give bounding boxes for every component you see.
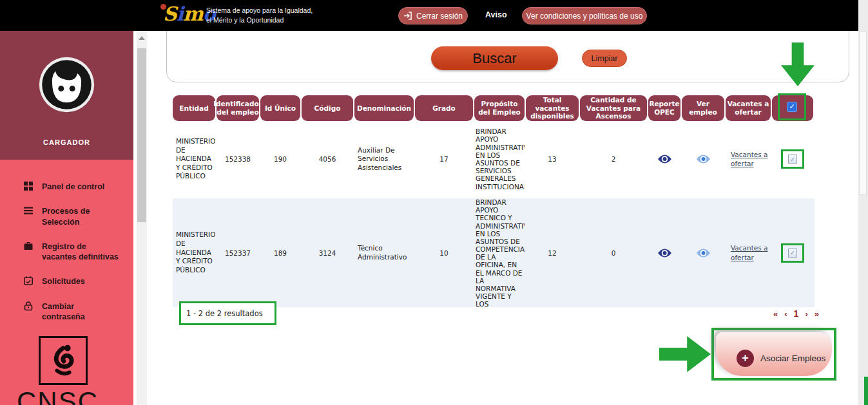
cell-proposito: BRINDAR APOYO TECNICO Y ADMINISTRATIV EN… [474,198,525,307]
asociar-empleos-label: Asociar Empleos [760,353,825,363]
annotation-box-asociar: + Asociar Empleos [711,328,836,381]
content-scrollbar-thumb[interactable] [137,48,146,222]
vacantes-a-ofertar-link[interactable]: Vacantes a ofertar [726,150,771,168]
vacantes-a-ofertar-link[interactable]: Vacantes a ofertar [726,243,771,261]
column-header-select-all: ✓ [772,95,813,121]
cell-total-vacantes: 12 [526,249,579,257]
sidebar-profile: CARGADOR [0,31,133,160]
page-last-button[interactable]: » [815,309,819,319]
column-header-vacantes-a-ofertar: Vacantes a ofertar [726,95,771,121]
column-header-grado: Grado [415,95,473,121]
annotation-box-row-checkbox: ✓ [781,243,804,263]
eye-light-icon[interactable] [696,248,711,258]
cell-codigo: 4056 [302,155,353,163]
sidebar-item-registro-de-vacantes[interactable]: Registro de vacantes definitivas [0,241,133,263]
lock-icon [23,301,34,311]
page-next-button[interactable]: › [805,309,807,319]
sidebar-item-cambiar-contrasena[interactable]: Cambiar contraseña [0,301,133,323]
cell-vacantes-a-ofertar: Vacantes a ofertar [726,243,771,261]
column-header-entidad: Entidad [173,95,215,121]
cell-proposito: BRINDAR APOYO ADMINISTRATIV EN LOS ASUNT… [474,127,525,190]
pagination: « ‹ 1 › » [773,308,819,319]
cell-grado: 17 [415,155,473,163]
cell-id-unico: 189 [260,249,300,257]
cell-ver-empleo [682,248,724,258]
row-checkbox[interactable]: ✓ [788,249,797,258]
column-header-proposito: Propósito del Empleo [474,95,525,121]
sidebar-menu: Panel de control Procesos de Selección R… [0,160,133,405]
results-table: Entidad Identificador del empleo Id Únic… [173,95,815,307]
sidebar-item-solicitudes[interactable]: Solicitudes [0,276,133,287]
cnsc-brand-text: CNSC [17,388,101,405]
logo-figure-icon [160,4,166,10]
calendar-check-icon [23,276,34,286]
cell-checkbox: ✓ [772,149,813,169]
cell-total-vacantes: 13 [526,155,579,163]
cell-denominacion: Auxiliar De Servicios Asistenciales [354,146,414,173]
logout-button[interactable]: Cerrar sesión [398,7,468,24]
table-row: MINISTERIO DE HACIENDA Y CRÉDITO PÚBLICO… [173,198,815,307]
page-first-button[interactable]: « [773,309,778,319]
results-count-label: 1 - 2 de 2 resultados [186,309,263,318]
column-header-total-vacantes: Total vacantes disponibles [526,95,579,121]
briefcase-icon [23,241,34,251]
page-prev-button[interactable]: ‹ [784,309,787,319]
logo-letter: i [177,3,183,25]
sidebar-item-label: Registro de vacantes definitivas [42,241,119,263]
sidebar-item-label: Panel de control [42,182,104,192]
column-header-codigo: Código [302,95,353,121]
list-icon [23,205,34,216]
buscar-button[interactable]: Buscar [431,46,558,70]
user-role-label: CARGADOR [0,138,133,146]
select-all-checkbox[interactable]: ✓ [787,102,797,112]
grid-icon [23,181,34,191]
cell-identificador: 152338 [217,155,259,163]
column-header-denominacion: Denominación [354,95,414,121]
annotation-green-mark [864,377,868,405]
terms-label: Ver condiciones y políticas de uso [526,12,643,21]
cell-denominacion: Técnico Administrativo [354,244,414,261]
cell-vacantes-a-ofertar: Vacantes a ofertar [726,150,771,168]
cell-codigo: 3124 [302,249,353,257]
top-bar: Simo Sistema de apoyo para la Igualdad, … [0,0,858,31]
asociar-empleos-button[interactable]: + Asociar Empleos [716,332,832,376]
page-scrollbar[interactable] [858,0,868,405]
sidebar: CARGADOR Panel de control Procesos de Se… [0,31,133,405]
annotation-box-select-all: ✓ [778,93,806,120]
cell-checkbox: ✓ [772,243,813,263]
main-content: Buscar Limpiar Entidad Identificador del… [147,31,858,405]
cell-ver-empleo [682,154,724,164]
cell-vacantes-ascensos: 2 [580,155,647,163]
eye-dark-icon[interactable] [657,154,672,164]
results-count: 1 - 2 de 2 resultados [179,301,276,325]
scroll-up-arrow-icon[interactable] [139,36,145,40]
cell-id-unico: 190 [260,155,300,163]
annotation-box-row-checkbox: ✓ [781,149,804,169]
limpiar-button[interactable]: Limpiar [582,50,627,67]
row-checkbox[interactable]: ✓ [788,155,797,164]
column-header-reporte-opec: Reporte OPEC [648,95,680,121]
logout-icon [403,12,412,20]
table-row: MINISTERIO DE HACIENDA Y CRÉDITO PÚBLICO… [173,120,815,198]
sidebar-item-panel-de-control[interactable]: Panel de control [0,182,133,192]
logo-letter: m [183,3,203,25]
column-header-ver-empleo: Ver empleo [682,95,724,121]
content-scrollbar[interactable] [137,31,147,405]
eye-light-icon[interactable] [696,154,711,164]
annotation-arrow-right-icon [659,336,711,372]
notice-link[interactable]: Aviso [485,10,507,19]
cell-entidad: MINISTERIO DE HACIENDA Y CRÉDITO PÚBLICO [173,137,215,181]
sidebar-item-procesos-de-seleccion[interactable]: Procesos de Selección [0,206,133,227]
plus-icon: + [737,350,754,367]
cell-grado: 10 [415,249,473,257]
column-header-identificador: Identificador del empleo [217,95,259,121]
sidebar-item-label: Procesos de Selección [42,206,119,227]
cell-entidad: MINISTERIO DE HACIENDA Y CRÉDITO PÚBLICO [173,231,215,274]
column-header-id-unico: Id Único [260,95,300,121]
terms-button[interactable]: Ver condiciones y políticas de uso [522,7,647,24]
eye-dark-icon[interactable] [657,248,672,258]
cell-identificador: 152337 [217,249,259,257]
sidebar-item-label: Solicitudes [42,276,85,287]
page-current[interactable]: 1 [794,308,799,319]
page-scrollbar-thumb[interactable] [859,31,867,195]
